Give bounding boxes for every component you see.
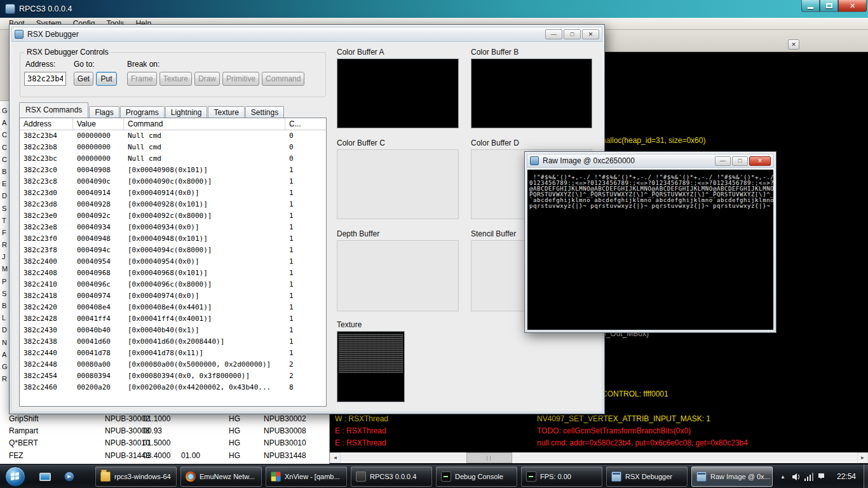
- table-row[interactable]: 382c2460 00200a20 [0x00200a20(0x44200002…: [20, 382, 326, 393]
- break-button[interactable]: Frame: [127, 72, 157, 86]
- break-button[interactable]: Command: [262, 72, 304, 86]
- table-row[interactable]: 382c23f0 00040948 [0x00040948(0x101)] 1: [20, 233, 326, 245]
- pinned-media-player-button[interactable]: ▶: [58, 467, 80, 486]
- game-list-row[interactable]: Rampart NPUB-30008 00.93 HG NPUB30008: [0, 425, 329, 437]
- tab[interactable]: Settings: [245, 106, 284, 119]
- stencil-buffer-label: Stencil Buffer: [471, 229, 516, 238]
- game-name: Rampart: [9, 426, 38, 435]
- scroll-left-arrow-icon[interactable]: ◄: [330, 452, 341, 463]
- cell-value: 00040934: [73, 222, 124, 233]
- tray-volume-icon[interactable]: [792, 472, 801, 481]
- put-button[interactable]: Put: [96, 72, 117, 86]
- taskbar-clock[interactable]: 22:54: [830, 464, 863, 488]
- table-row[interactable]: 382c23d0 00040914 [0x00040914(0x0)] 1: [20, 187, 326, 199]
- table-row[interactable]: 382c2418 00040974 [0x00040974(0x0)] 1: [20, 290, 326, 302]
- taskbar-button-rpcs3-folder[interactable]: rpcs3-windows-64: [95, 466, 177, 487]
- game-list-row[interactable]: Q*BERT NPUB-30010 01.5000 HG NPUB30010: [0, 437, 329, 449]
- address-input[interactable]: [24, 72, 66, 86]
- column-header[interactable]: Value: [73, 118, 124, 130]
- table-row[interactable]: 382c2448 00080a00 [0x00080a00(0x5000000,…: [20, 359, 326, 370]
- get-button[interactable]: Get: [74, 72, 93, 86]
- column-header[interactable]: Address: [20, 118, 73, 130]
- close-button[interactable]: ✕: [749, 156, 771, 166]
- tab[interactable]: Lightning: [165, 106, 208, 119]
- taskbar-button-rpcs3[interactable]: RPCS3 0.0.0.4: [351, 466, 432, 487]
- log-message: NV4097_SET_VERTEX_ATTRIB_INPUT_MASK: 1: [537, 414, 710, 423]
- table-row[interactable]: 382c2438 00041d60 [0x00041d60(0x2008440)…: [20, 336, 326, 348]
- table-row[interactable]: 382c2454 00080394 [0x00080394(0x0, 0x3f8…: [20, 370, 326, 382]
- cell-value: 00080a00: [73, 359, 124, 370]
- game-list-row[interactable]: GripShift NPUB-30002 01.1000 HG NPUB3000…: [0, 413, 329, 425]
- show-desktop-button[interactable]: [864, 464, 868, 488]
- cell-address: 382c23f8: [20, 245, 73, 256]
- cell-count: 1: [285, 279, 326, 290]
- scrollbar-thumb[interactable]: [466, 452, 512, 463]
- start-button[interactable]: [5, 466, 25, 487]
- pinned-explorer-button[interactable]: [34, 467, 56, 486]
- column-header[interactable]: C...: [285, 118, 326, 130]
- log-line: CONTROL: ffff0001: [602, 390, 668, 398]
- cell-command: [0x00040928(0x101)]: [124, 199, 285, 210]
- main-close-button[interactable]: ✕: [838, 0, 867, 12]
- table-row[interactable]: 382c23d8 00040928 [0x00040928(0x101)] 1: [20, 199, 326, 210]
- maximize-button[interactable]: □: [564, 29, 581, 39]
- tray-show-hidden-icons-button[interactable]: ▲: [778, 471, 788, 482]
- tab[interactable]: Flags: [89, 106, 119, 119]
- taskbar-button-rsx-debugger[interactable]: RSX Debugger: [606, 466, 688, 487]
- console-hscrollbar[interactable]: ◄ ►: [330, 452, 868, 463]
- table-row[interactable]: 382c23f8 0004094c [0x0004094c(0x8000)] 1: [20, 245, 326, 256]
- table-row[interactable]: 382c23b8 00000000 Null cmd 0: [20, 142, 326, 153]
- table-row[interactable]: 382c2440 00041d78 [0x00041d78(0x11)] 1: [20, 348, 326, 359]
- maximize-button[interactable]: □: [732, 156, 748, 166]
- texture-view: [337, 331, 405, 402]
- cell-address: 382c23bc: [20, 153, 73, 165]
- cell-count: 1: [285, 313, 326, 325]
- table-row[interactable]: 382c2400 00040954 [0x00040954(0x0)] 1: [20, 256, 326, 268]
- rsx-debugger-title: RSX Debugger: [27, 30, 79, 39]
- table-row[interactable]: 382c23c8 0004090c [0x0004090c(0x8000)] 1: [20, 176, 326, 187]
- table-row[interactable]: 382c23c0 00040908 [0x00040908(0x101)] 1: [20, 165, 326, 176]
- desktop: RPCS3 0.0.0.4 ✕ BootSystemConfigToolsHel…: [0, 0, 868, 488]
- game-list-clipped-name: C: [2, 144, 8, 156]
- rsx-debugger-titlebar[interactable]: RSX Debugger — □ ✕: [11, 27, 602, 42]
- tray-action-center-icon[interactable]: [817, 472, 827, 481]
- main-window-titlebar[interactable]: RPCS3 0.0.0.4 ✕: [0, 0, 868, 18]
- debug-console-close-button[interactable]: ✕: [788, 39, 799, 50]
- raw-image-titlebar[interactable]: Raw Image @ 0xc2650000 — □ ✕: [527, 154, 774, 168]
- game-category: HG: [229, 414, 240, 423]
- tab[interactable]: Texture: [208, 106, 244, 119]
- table-row[interactable]: 382c23e8 00040934 [0x00040934(0x0)] 1: [20, 222, 326, 233]
- table-row[interactable]: 382c23bc 00000000 Null cmd 0: [20, 153, 326, 165]
- table-row[interactable]: 382c2420 000408e4 [0x000408e4(0x4401)] 1: [20, 302, 326, 313]
- main-minimize-button[interactable]: [801, 0, 820, 12]
- minimize-button[interactable]: —: [545, 29, 562, 39]
- taskbar: ▶ rpcs3-windows-64 EmuNewz Netw... XnVie…: [0, 464, 868, 488]
- taskbar-button-browser[interactable]: EmuNewz Netw...: [180, 466, 262, 487]
- cell-value: 00080394: [73, 370, 124, 382]
- break-button[interactable]: Texture: [159, 72, 192, 86]
- tray-network-icon[interactable]: [804, 472, 814, 481]
- break-button[interactable]: Draw: [194, 72, 220, 86]
- table-row[interactable]: 382c23b4 00000000 Null cmd 0: [20, 130, 326, 142]
- game-list-clipped-name: R: [2, 375, 8, 387]
- main-window-title: RPCS3 0.0.0.4: [19, 0, 72, 18]
- taskbar-button-raw-image[interactable]: Raw Image @ 0x...: [691, 466, 773, 487]
- close-button[interactable]: ✕: [582, 29, 599, 39]
- taskbar-button-fps[interactable]: FPS: 0.00: [521, 466, 602, 487]
- tab[interactable]: RSX Commands: [19, 102, 88, 118]
- table-row[interactable]: 382c2428 00041ff4 [0x00041ff4(0x4001)] 1: [20, 313, 326, 325]
- main-maximize-button[interactable]: [820, 0, 838, 12]
- table-row[interactable]: 382c2408 00040968 [0x00040968(0x101)] 1: [20, 268, 326, 279]
- scroll-right-arrow-icon[interactable]: ►: [857, 452, 868, 463]
- table-row[interactable]: 382c2430 00040b40 [0x00040b40(0x1)] 1: [20, 325, 326, 336]
- table-row[interactable]: 382c2410 0004096c [0x0004096c(0x8000)] 1: [20, 279, 326, 290]
- minimize-button[interactable]: —: [715, 156, 731, 166]
- tab[interactable]: Programs: [120, 106, 165, 119]
- column-header[interactable]: Command: [124, 118, 285, 130]
- taskbar-button-debug-console[interactable]: Debug Console: [436, 466, 517, 487]
- break-button[interactable]: Primitive: [222, 72, 259, 86]
- game-list-row[interactable]: FEZ NPUB-31448 03.4000 01.00 HG NPUB3144…: [0, 450, 329, 462]
- table-row[interactable]: 382c23e0 0004092c [0x0004092c(0x8000)] 1: [20, 210, 326, 222]
- taskbar-button-xnview[interactable]: XnView - [qamb...: [266, 466, 347, 487]
- rsx-debugger-window-icon: [15, 30, 24, 39]
